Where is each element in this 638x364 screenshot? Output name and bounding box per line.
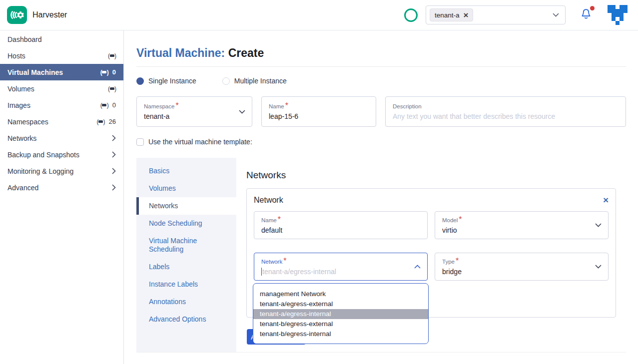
- network-select-placeholder: tenant-a/egress-internal: [262, 268, 336, 276]
- harvester-logo-icon: [7, 5, 27, 25]
- field-label: Description: [393, 103, 422, 109]
- sidebar-nav: Dashboard Hosts () Virtual Machines ()0 …: [0, 30, 124, 364]
- radio-label: Multiple Instance: [234, 77, 287, 85]
- radio-selected-icon[interactable]: [136, 77, 144, 85]
- namespace-filter-chip[interactable]: tenant-a ×: [430, 8, 473, 21]
- close-icon[interactable]: ×: [603, 195, 609, 205]
- vm-form-panel: Basics Volumes Networks Node Scheduling …: [136, 158, 626, 353]
- field-label: Name: [269, 103, 284, 109]
- harvester-app: Harvester tenant-a ×: [0, 0, 638, 364]
- avatar-pixel: [620, 5, 624, 9]
- avatar-pixel: [616, 21, 620, 25]
- single-instance-radio[interactable]: Single Instance: [136, 77, 196, 85]
- radio-label: Single Instance: [148, 77, 196, 85]
- tab-annotations[interactable]: Annotations: [136, 293, 236, 311]
- avatar-pixel: [620, 9, 624, 13]
- namespace-filter-select[interactable]: tenant-a ×: [426, 5, 566, 24]
- avatar-pixel: [608, 9, 612, 13]
- avatar-pixel: [612, 13, 616, 17]
- resource-count-icon: (): [100, 102, 108, 109]
- network-model-input[interactable]: [442, 226, 601, 234]
- tab-volumes[interactable]: Volumes: [136, 180, 236, 197]
- dropdown-option-tenant-b-egress-internal[interactable]: tenant-b/egress-internal: [253, 329, 428, 339]
- tab-instance-labels[interactable]: Instance Labels: [136, 276, 236, 293]
- sidebar-item-volumes[interactable]: Volumes (): [0, 80, 123, 97]
- sidebar-item-hosts[interactable]: Hosts (): [0, 47, 123, 64]
- sidebar-item-virtual-machines[interactable]: Virtual Machines ()0: [0, 64, 123, 80]
- main-content: Virtual Machine: Create Single Instance …: [124, 30, 638, 364]
- avatar-pixel: [620, 21, 624, 25]
- chevron-up-icon[interactable]: [414, 265, 421, 269]
- tab-networks[interactable]: Networks: [136, 197, 236, 215]
- network-type-input[interactable]: [442, 268, 601, 276]
- sidebar-item-label: Backup and Snapshots: [7, 151, 79, 159]
- multiple-instance-radio[interactable]: Multiple Instance: [222, 77, 287, 85]
- resource-count-icon: (): [108, 52, 116, 59]
- chevron-down-icon[interactable]: [239, 110, 245, 114]
- chevron-down-icon[interactable]: [595, 265, 602, 269]
- remove-namespace-icon[interactable]: ×: [464, 11, 469, 19]
- dropdown-option-management-network[interactable]: management Network: [253, 289, 428, 299]
- network-type-field[interactable]: Type*: [435, 253, 609, 281]
- chevron-down-icon[interactable]: [595, 223, 602, 227]
- network-name-field[interactable]: Name*: [254, 211, 428, 239]
- dropdown-option-tenant-b-egress-external[interactable]: tenant-b/egress-external: [253, 319, 428, 329]
- avatar-pixel: [624, 21, 628, 25]
- namespace-input[interactable]: [144, 112, 245, 120]
- brand[interactable]: Harvester: [7, 5, 67, 25]
- chevron-down-icon[interactable]: [553, 13, 559, 17]
- notifications-button[interactable]: [580, 7, 593, 23]
- chevron-right-icon: [112, 135, 116, 141]
- radio-unselected-icon[interactable]: [222, 77, 230, 85]
- cluster-status-ring-icon: [404, 8, 418, 22]
- description-input[interactable]: [393, 112, 619, 120]
- sidebar-item-advanced[interactable]: Advanced: [0, 179, 123, 196]
- tab-node-scheduling[interactable]: Node Scheduling: [136, 215, 236, 232]
- sidebar-item-backup-and-snapshots[interactable]: Backup and Snapshots: [0, 146, 123, 163]
- network-model-field[interactable]: Model*: [435, 211, 609, 239]
- sidebar-item-label: Namespaces: [7, 118, 48, 126]
- top-header: Harvester tenant-a ×: [0, 0, 638, 30]
- network-options-dropdown: management Network tenant-a/egress-exter…: [253, 283, 429, 344]
- header-right: tenant-a ×: [404, 5, 628, 25]
- avatar-pixel: [608, 21, 612, 25]
- network-card-row-2: Network* tenant-a/egress-internal Type*: [254, 253, 609, 281]
- field-label: Namespace: [144, 103, 174, 109]
- sidebar-item-images[interactable]: Images ()0: [0, 97, 123, 113]
- resource-count: 0: [112, 101, 116, 109]
- name-field[interactable]: Name*: [261, 96, 376, 127]
- sidebar-item-label: Monitoring & Logging: [7, 167, 73, 175]
- sidebar-item-dashboard[interactable]: Dashboard: [0, 31, 123, 47]
- field-label: Network: [261, 259, 282, 265]
- text-cursor: [261, 268, 262, 276]
- chevron-right-icon: [112, 168, 116, 174]
- avatar-pixel: [624, 5, 628, 9]
- dropdown-option-tenant-a-egress-external[interactable]: tenant-a/egress-external: [253, 299, 428, 309]
- tab-labels[interactable]: Labels: [136, 258, 236, 276]
- sidebar-item-networks[interactable]: Networks: [0, 130, 123, 146]
- resource-count-icon: (): [97, 118, 105, 125]
- field-label: Name: [261, 217, 277, 223]
- tab-advanced-options[interactable]: Advanced Options: [136, 311, 236, 328]
- required-asterisk: *: [285, 101, 288, 110]
- page-title-resource: Virtual Machine:: [136, 46, 225, 59]
- sidebar-item-label: Advanced: [7, 184, 38, 192]
- sidebar-item-namespaces[interactable]: Namespaces ()26: [0, 113, 123, 130]
- namespace-field[interactable]: Namespace*: [136, 96, 252, 127]
- tab-basics[interactable]: Basics: [136, 162, 236, 180]
- network-card-title: Network: [254, 196, 283, 205]
- dropdown-option-tenant-a-egress-internal[interactable]: tenant-a/egress-internal: [253, 309, 428, 319]
- use-template-checkbox-row[interactable]: Use the virtual machine template:: [136, 138, 638, 146]
- network-name-input[interactable]: [261, 226, 420, 234]
- tab-virtual-machine-scheduling[interactable]: Virtual Machine Scheduling: [136, 232, 236, 258]
- required-asterisk: *: [456, 257, 459, 265]
- network-select-field[interactable]: Network* tenant-a/egress-internal: [254, 253, 428, 281]
- description-field[interactable]: Description: [385, 96, 626, 127]
- resource-count: 0: [112, 68, 116, 76]
- avatar-pixel: [616, 5, 620, 9]
- checkbox-unchecked-icon[interactable]: [136, 138, 144, 146]
- user-avatar[interactable]: [608, 5, 628, 25]
- name-input[interactable]: [269, 112, 369, 120]
- avatar-pixel: [608, 5, 612, 9]
- sidebar-item-monitoring-logging[interactable]: Monitoring & Logging: [0, 163, 123, 179]
